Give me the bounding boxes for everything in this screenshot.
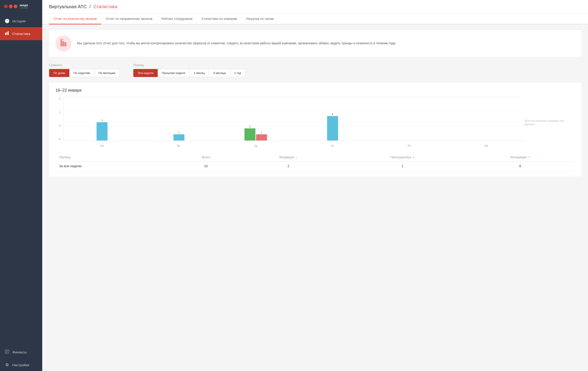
btn-by-months[interactable]: По месяцам — [94, 69, 120, 77]
chart-period-title: 16–22 января — [55, 88, 575, 93]
incoming-arrow-icon: ↘ — [295, 156, 297, 159]
bar-wed-pink-label: 1 — [261, 131, 262, 134]
x-labels: Пн Вт Ср Чт Пт Сб — [63, 144, 525, 148]
x-label-wed: Ср — [217, 144, 294, 148]
cell-incoming: 2 — [237, 162, 339, 171]
period-label: Период — [133, 63, 245, 67]
compare-label: Сравнить — [49, 63, 120, 67]
outgoing-arrow-icon: ↗ — [528, 156, 530, 159]
btn-1-month[interactable]: 1 месяц — [190, 69, 209, 77]
col-header-incoming: Входящих ↘ — [237, 153, 339, 162]
controls: Сравнить По дням По неделям По месяцам П… — [49, 63, 581, 77]
bar-wed-pink-rect — [256, 134, 267, 141]
settings-icon: ⚙ — [5, 362, 10, 367]
tab-employee-rating[interactable]: Рейтинг сотрудников — [157, 14, 197, 24]
col-header-period: Период — [55, 153, 175, 162]
bar-group-sat — [448, 97, 525, 141]
svg-rect-7 — [63, 41, 64, 46]
info-illustration — [55, 35, 72, 51]
sidebar-item-history-label: История — [12, 19, 26, 23]
tabs-bar: Отчет по количеству звонков Отчет по нап… — [42, 14, 588, 24]
tab-call-count[interactable]: Отчет по количеству звонков — [49, 14, 101, 24]
svg-rect-0 — [5, 33, 6, 35]
bar-wed-pink: 1 — [256, 131, 267, 141]
period-control: Период Эта неделя Прошлая неделя 1 месяц… — [133, 63, 245, 77]
sidebar-item-finance-label: Финансы — [12, 350, 27, 354]
logo-text-block: акадо телеком — [20, 4, 28, 9]
chart-right-no-data: Для построения графика нет данных. — [525, 97, 575, 148]
outgoing-label: Исходящих — [510, 155, 527, 159]
bar-thu-blue-label: 4 — [332, 113, 333, 116]
bar-group-fri — [371, 97, 448, 141]
btn-3-months[interactable]: 3 месяца — [209, 69, 230, 77]
chart-section: 16–22 января 6 4 2 0 — [49, 82, 581, 176]
bar-group-thu: 4 — [294, 97, 371, 141]
period-btn-group: Эта неделя Прошлая неделя 1 месяц 3 меся… — [133, 69, 245, 77]
col-header-outgoing: Исходящих ↗ — [465, 153, 575, 162]
bar-mon-blue: 3 — [96, 119, 107, 141]
tab-number-stats[interactable]: Статистика по номерам — [197, 14, 242, 24]
logo-sub: телеком — [20, 7, 28, 9]
btn-by-days[interactable]: По дням — [49, 69, 69, 77]
sidebar-item-settings-label: Настройки — [12, 363, 29, 367]
y-label-2: 2 — [55, 111, 62, 114]
logo-brand: акадо — [20, 4, 28, 7]
x-label-sat: Сб — [448, 144, 525, 148]
bar-group-mon: 3 — [64, 97, 141, 141]
cell-period: За всю неделю — [55, 162, 175, 171]
incoming-label: Входящих — [279, 155, 294, 159]
svg-rect-8 — [65, 42, 66, 46]
y-label-4: 4 — [55, 124, 62, 127]
tab-hourly-load[interactable]: Нагрузка по часам — [242, 14, 278, 24]
btn-1-year[interactable]: 1 год — [230, 69, 245, 77]
cell-missed: 1 — [339, 162, 465, 171]
stats-table: Период Всего Входящих ↘ Пропущенных ↘ — [55, 153, 575, 171]
table-row: За всю неделю 10 2 1 8 — [55, 162, 575, 171]
compare-btn-group: По дням По неделям По месяцам — [49, 69, 120, 77]
x-label-mon: Пн — [63, 144, 140, 148]
sidebar-item-finance[interactable]: ₽ Финансы — [0, 346, 42, 359]
bar-tue-blue: 1 — [173, 131, 184, 141]
logo-dot-3 — [14, 5, 17, 8]
bar-mon-blue-label: 3 — [101, 119, 103, 122]
bar-thu-blue: 4 — [327, 113, 338, 141]
y-axis: 6 4 2 0 — [55, 97, 62, 141]
sidebar-item-statistics[interactable]: Статистика — [0, 27, 42, 40]
tab-call-direction[interactable]: Отчет по направлению звонков — [101, 14, 157, 24]
outgoing-header: Исходящих ↗ — [510, 155, 530, 159]
y-label-6: 6 — [55, 138, 62, 141]
missed-label: Пропущенных — [390, 155, 411, 159]
svg-text:₽: ₽ — [6, 350, 8, 353]
info-text: Мы сделали этот отчет для того, чтобы вы… — [77, 41, 396, 46]
sidebar: акадо телеком 🕐 История Статистика ₽ — [0, 0, 42, 371]
col-header-total: Всего — [175, 153, 237, 162]
compare-control: Сравнить По дням По неделям По месяцам — [49, 63, 120, 77]
bar-chart: 6 4 2 0 — [55, 97, 525, 148]
x-label-tue: Вт — [140, 144, 217, 148]
finance-icon: ₽ — [5, 349, 10, 355]
missed-arrow-icon: ↘ — [412, 156, 415, 159]
sidebar-item-history[interactable]: 🕐 История — [0, 15, 42, 27]
main-content: Виртуальная АТС / Статистика Отчет по ко… — [42, 0, 588, 371]
missed-header: Пропущенных ↘ — [390, 155, 415, 159]
sidebar-item-settings[interactable]: ⚙ Настройки — [0, 359, 42, 371]
bar-tue-blue-rect — [173, 134, 184, 141]
cell-outgoing: 8 — [465, 162, 575, 171]
bar-thu-blue-rect — [327, 116, 338, 141]
bar-tue-blue-label: 1 — [178, 131, 180, 134]
chart-area: 6 4 2 0 — [55, 97, 575, 148]
bar-group-tue: 1 — [141, 97, 218, 141]
history-icon: 🕐 — [5, 19, 10, 23]
sidebar-nav: 🕐 История Статистика ₽ Финансы — [0, 12, 42, 371]
logo: акадо телеком — [0, 0, 42, 12]
y-label-0: 0 — [55, 97, 62, 100]
incoming-header: Входящих ↘ — [279, 155, 298, 159]
btn-by-weeks[interactable]: По неделям — [69, 69, 94, 77]
btn-last-week[interactable]: Прошлая неделя — [158, 69, 190, 77]
bar-mon-blue-rect — [96, 122, 107, 141]
bars-container: 3 1 — [63, 97, 525, 141]
btn-this-week[interactable]: Эта неделя — [133, 69, 158, 77]
bar-wed-green-label: 2 — [249, 125, 251, 128]
svg-rect-1 — [6, 32, 7, 35]
logo-dot-2 — [9, 5, 12, 8]
